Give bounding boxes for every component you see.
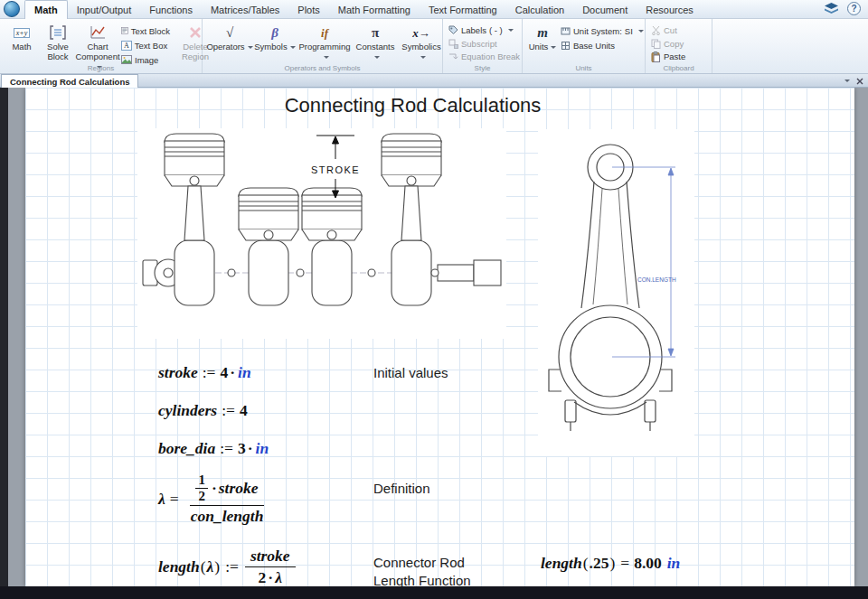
subscript-button[interactable]: Subscript (447, 38, 522, 50)
tab-plots[interactable]: Plots (288, 0, 328, 19)
labels-button[interactable]: Labels ( - ) (447, 24, 522, 36)
math-unit: in (256, 439, 269, 458)
math-region-cylinders-definition[interactable]: cylinders := 4 (158, 401, 248, 420)
fraction: stroke 2 · λ (245, 547, 296, 586)
equation-break-label: Equation Break (461, 51, 520, 61)
equation-break-button[interactable]: Equation Break (447, 51, 522, 62)
tab-text-formatting[interactable]: Text Formatting (420, 0, 506, 19)
document-tab-controls (842, 74, 863, 88)
solve-block-button[interactable]: Solve Block (40, 22, 76, 63)
application-menu-button[interactable] (4, 1, 20, 17)
tab-list-dropdown-icon[interactable] (844, 80, 850, 82)
labels-label: Labels (461, 25, 486, 35)
copy-label: Copy (664, 39, 684, 49)
con-length-dimension-label: CON.LENGTH (637, 276, 676, 283)
text-block-icon (121, 25, 128, 36)
math-argument: λ (207, 557, 214, 576)
text-box-label: Text Box (135, 41, 167, 51)
math-region-lambda-definition[interactable]: λ = 1 2 · stroke con_length (158, 473, 270, 526)
worksheet-page[interactable]: Connecting Rod Calculations (25, 88, 854, 586)
math-value: 2 (195, 489, 208, 504)
tab-functions[interactable]: Functions (140, 0, 202, 19)
close-tab-icon[interactable] (856, 78, 863, 85)
math-region-length-function-definition[interactable]: length ( λ ) := stroke 2 · λ (158, 547, 297, 586)
operators-button[interactable]: √ Operators (206, 22, 253, 63)
canvas-left-edge (0, 88, 8, 586)
text-block-label: Text Block (131, 26, 170, 36)
math-function-name: length (541, 554, 582, 573)
ribbon-tab-strip: Math Input/Output Functions Matrices/Tab… (24, 0, 703, 19)
text-region-definition[interactable]: Definition (373, 480, 430, 498)
constants-label-text: Constants (356, 42, 395, 51)
math-function-name: length (158, 557, 200, 576)
assignment-operator: := (221, 557, 243, 576)
chevron-down-icon (374, 56, 380, 59)
math-variable: stroke (158, 363, 198, 382)
chevron-down-icon (290, 46, 296, 49)
worksheet-canvas[interactable]: Connecting Rod Calculations (0, 88, 868, 586)
application-window: Math Input/Output Functions Matrices/Tab… (0, 0, 868, 599)
math-icon: x+y (14, 28, 31, 38)
symbols-button[interactable]: β Symbols (253, 22, 297, 63)
connecting-rod-drawing-svg: CON.LENGTH (538, 129, 694, 456)
help-icon[interactable]: ? (847, 2, 861, 15)
crankshaft-drawing[interactable]: STROKE (137, 128, 506, 339)
multiply-dot: · (228, 363, 237, 382)
tab-math[interactable]: Math (24, 0, 68, 19)
symbolics-button[interactable]: x→ Symbolics (398, 22, 445, 63)
copy-button[interactable]: Copy (649, 38, 687, 50)
base-units-label: Base Units (573, 41, 615, 51)
paste-icon (651, 51, 661, 62)
connecting-rod-drawing[interactable]: CON.LENGTH (538, 129, 694, 456)
units-button[interactable]: m Units (526, 22, 559, 63)
left-paren: ( (582, 554, 590, 573)
tab-matrices-tables[interactable]: Matrices/Tables (202, 0, 288, 19)
image-label: Image (135, 55, 158, 65)
subscript-icon (448, 39, 458, 49)
tab-input-output[interactable]: Input/Output (68, 0, 141, 19)
math-unit: in (667, 554, 681, 573)
math-region-length-evaluation[interactable]: length ( .25 ) = 8.00 in (541, 554, 680, 573)
worksheet-title[interactable]: Connecting Rod Calculations (25, 94, 800, 117)
paste-button[interactable]: Paste (649, 51, 687, 62)
document-tab[interactable]: Connecting Rod Calculations (1, 74, 138, 88)
math-variable: λ (158, 490, 165, 509)
math-region-bore-dia-definition[interactable]: bore_dia := 3 · in (158, 439, 269, 458)
constants-button[interactable]: π Constants (353, 22, 398, 63)
ribbon-spacer (712, 19, 868, 73)
delete-region-icon (189, 23, 202, 42)
symbolics-label: Symbolics (398, 42, 445, 62)
tab-resources[interactable]: Resources (637, 0, 703, 19)
unit-system-label: Unit System: (573, 26, 622, 36)
tab-document[interactable]: Document (573, 0, 637, 19)
programming-label-text: Programming (298, 42, 350, 51)
layers-icon[interactable] (824, 3, 839, 15)
unit-system-button[interactable]: Unit System: SI (559, 24, 646, 37)
math-region-button[interactable]: x+y Math (4, 22, 40, 63)
cut-button[interactable]: Cut (649, 24, 687, 36)
multiply-dot: · (210, 479, 219, 498)
tab-math-formatting[interactable]: Math Formatting (329, 0, 420, 19)
math-result: 8.00 (634, 554, 662, 573)
equals-operator: = (616, 554, 634, 573)
base-units-button[interactable]: Base Units (559, 39, 646, 51)
right-paren: ) (213, 557, 221, 576)
chevron-down-icon (420, 56, 426, 59)
symbolics-label-text: Symbolics (401, 42, 440, 51)
text-region-initial-values[interactable]: Initial values (373, 364, 448, 382)
math-variable: con_length (191, 507, 264, 526)
text-box-button[interactable]: A Text Box (119, 39, 172, 51)
crankshaft-drawing-svg: STROKE (137, 128, 506, 339)
text-block-button[interactable]: Text Block (119, 24, 172, 37)
bottom-scrollbar[interactable] (0, 586, 868, 599)
math-value: 3 (238, 439, 246, 458)
group-label-style: Style (443, 64, 522, 72)
chevron-down-icon (551, 46, 556, 49)
operators-label-text: Operators (206, 42, 244, 51)
programming-button[interactable]: if Programming (297, 22, 353, 63)
text-region-length-function[interactable]: Connector Rod Length Function (373, 554, 471, 586)
text-box-icon: A (121, 41, 132, 51)
math-region-stroke-definition[interactable]: stroke := 4 · in (158, 363, 251, 382)
tab-calculation[interactable]: Calculation (506, 0, 573, 19)
symbolics-icon: x→ (412, 27, 430, 39)
